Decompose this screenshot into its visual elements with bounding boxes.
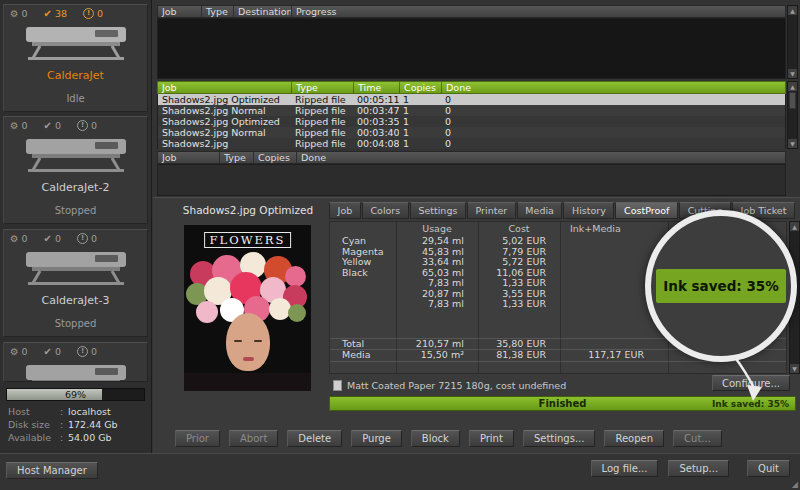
abort-button[interactable]: Abort bbox=[229, 430, 278, 447]
done-jobs-badge: ✔ 0 bbox=[44, 346, 61, 357]
block-button[interactable]: Block bbox=[411, 430, 460, 447]
column-done: Done bbox=[441, 82, 785, 93]
available-value: 54.00 Gb bbox=[68, 431, 118, 444]
setup-button[interactable]: Setup... bbox=[668, 460, 729, 477]
ink-saved-callout: Ink saved: 35% bbox=[645, 210, 797, 362]
prior-button[interactable]: Prior bbox=[175, 430, 220, 447]
done-jobs-badge: ✔ 38 bbox=[44, 8, 67, 19]
warning-icon: ! bbox=[77, 346, 88, 357]
footer-bar: Host Manager Log file... Setup... Quit ◢ bbox=[0, 453, 800, 490]
host-manager-button[interactable]: Host Manager bbox=[6, 462, 98, 479]
gear-icon: ⚙ bbox=[10, 120, 19, 131]
print-button[interactable]: Print bbox=[469, 430, 514, 447]
job-thumbnail: FLOWERS bbox=[184, 225, 311, 391]
progress-label: 69% bbox=[7, 389, 144, 400]
scrollbar-thumb[interactable] bbox=[789, 92, 796, 109]
tab-costproof[interactable]: CostProof bbox=[615, 202, 678, 219]
job-row[interactable]: Shadows2.jpg Normal Ripped file 00:03:47… bbox=[158, 105, 785, 116]
job-row[interactable]: Shadows2.jpg Ripped file 00:04:08 1 0 bbox=[158, 138, 785, 149]
portrait-face bbox=[226, 313, 270, 371]
check-icon: ✔ bbox=[44, 233, 52, 244]
reopen-button[interactable]: Reopen bbox=[604, 430, 664, 447]
gear-icon: ⚙ bbox=[10, 8, 19, 19]
column-destination: Destination bbox=[233, 6, 291, 17]
tab-printer[interactable]: Printer bbox=[467, 202, 516, 219]
printer-panel-calderajet-2[interactable]: ⚙ 0 ✔ 0 ! 0 bbox=[3, 116, 148, 224]
check-icon: ✔ bbox=[44, 120, 52, 131]
cost-header: Cost bbox=[478, 222, 560, 236]
disk-size-value: 172.44 Gb bbox=[68, 418, 118, 431]
media-note: Matt Coated Paper 7215 180g, cost undefi… bbox=[333, 380, 566, 391]
host-label: Host bbox=[8, 405, 60, 418]
column-job: Job bbox=[158, 82, 291, 93]
printer-icon bbox=[18, 136, 134, 178]
printer-panel-calderajet-3[interactable]: ⚙ 0 ✔ 0 ! 0 bbox=[3, 229, 148, 337]
done-jobs-badge: ✔ 0 bbox=[44, 120, 61, 131]
ripped-scrollbar[interactable]: ▲ ▼ bbox=[787, 81, 798, 149]
system-info: Host : localhost Disk size : 172.44 Gb A… bbox=[8, 405, 118, 444]
gear-icon: ⚙ bbox=[10, 346, 19, 357]
host-value: localhost bbox=[68, 405, 118, 418]
disk-usage-progressbar: 69% bbox=[6, 388, 145, 401]
spooler-queue-header: Job Type Destination Progress bbox=[157, 5, 786, 18]
printer-badges: ⚙ 0 ✔ 0 ! 0 bbox=[4, 343, 147, 358]
media-note-text: Matt Coated Paper 7215 180g, cost undefi… bbox=[347, 380, 566, 391]
job-row[interactable]: Shadows2.jpg Normal Ripped file 00:03:40… bbox=[158, 127, 785, 138]
tab-colors[interactable]: Colors bbox=[362, 202, 409, 219]
warning-icon: ! bbox=[83, 8, 94, 19]
check-icon: ✔ bbox=[44, 8, 52, 19]
usage-header: Usage bbox=[396, 222, 478, 236]
job-row[interactable]: Shadows2.jpg Optimized Ripped file 00:03… bbox=[158, 116, 785, 127]
column-copies: Copies bbox=[399, 82, 441, 93]
spooler-queue-body[interactable] bbox=[157, 18, 786, 79]
selected-job-title: Shadows2.jpg Optimized bbox=[179, 204, 317, 216]
settings-button[interactable]: Settings... bbox=[523, 430, 596, 447]
column-job: Job bbox=[158, 152, 219, 163]
tab-history[interactable]: History bbox=[563, 202, 614, 219]
media-sheet-icon bbox=[333, 380, 342, 391]
error-jobs-badge: ! 0 bbox=[77, 120, 97, 131]
scroll-up-icon[interactable]: ▲ bbox=[788, 82, 797, 91]
scroll-down-icon[interactable]: ▼ bbox=[788, 139, 797, 148]
printing-queue-body[interactable] bbox=[157, 164, 786, 196]
printer-icon bbox=[18, 24, 134, 66]
poster-title-text: FLOWERS bbox=[204, 232, 292, 248]
ripped-queue-header: Job Type Time Copies Done bbox=[157, 81, 786, 94]
error-jobs-badge: ! 0 bbox=[77, 233, 97, 244]
printer-panel-calderajet[interactable]: ⚙ 0 ✔ 38 ! 0 bbox=[3, 4, 148, 112]
tab-settings[interactable]: Settings bbox=[410, 202, 466, 219]
printer-badges: ⚙ 0 ✔ 0 ! 0 bbox=[4, 117, 147, 132]
scroll-up-icon[interactable]: ▲ bbox=[788, 6, 797, 15]
printers-sidebar: ⚙ 0 ✔ 38 ! 0 bbox=[0, 0, 152, 453]
purge-button[interactable]: Purge bbox=[351, 430, 402, 447]
scroll-down-icon[interactable]: ▼ bbox=[788, 69, 797, 78]
job-row[interactable]: Shadows2.jpg Optimized Ripped file 00:05… bbox=[158, 94, 785, 105]
cut-button[interactable]: Cut... bbox=[673, 430, 722, 447]
check-icon: ✔ bbox=[44, 346, 52, 357]
window-resize-icon[interactable]: ◢ bbox=[792, 481, 798, 489]
delete-button[interactable]: Delete bbox=[287, 430, 342, 447]
column-done: Done bbox=[296, 152, 785, 163]
printer-status: Stopped bbox=[55, 318, 97, 329]
ripped-queue-body: Shadows2.jpg Optimized Ripped file 00:05… bbox=[157, 94, 786, 149]
column-type: Type bbox=[219, 152, 253, 163]
disk-size-row: Disk size : 172.44 Gb bbox=[8, 418, 118, 431]
quit-button[interactable]: Quit bbox=[747, 460, 790, 477]
tab-media[interactable]: Media bbox=[517, 202, 563, 219]
done-count: 38 bbox=[55, 8, 67, 19]
footer-buttons: Log file... Setup... Quit bbox=[591, 460, 790, 477]
queued-count: 0 bbox=[22, 8, 28, 19]
printer-icon bbox=[18, 362, 134, 382]
tab-job[interactable]: Job bbox=[329, 202, 361, 219]
column-type: Type bbox=[201, 6, 233, 17]
log-file-button[interactable]: Log file... bbox=[591, 460, 659, 477]
column-time: Time bbox=[353, 82, 399, 93]
available-label: Available bbox=[8, 431, 60, 444]
scroll-up-icon[interactable]: ▲ bbox=[790, 222, 799, 231]
available-row: Available : 54.00 Gb bbox=[8, 431, 118, 444]
spooler-scrollbar[interactable]: ▲ ▼ bbox=[787, 5, 798, 79]
printer-badges: ⚙ 0 ✔ 0 ! 0 bbox=[4, 230, 147, 245]
callout-arrow-icon bbox=[720, 352, 792, 406]
queued-jobs-badge: ⚙ 0 bbox=[10, 233, 28, 244]
printer-panel-4[interactable]: ⚙ 0 ✔ 0 ! 0 bbox=[3, 342, 148, 382]
